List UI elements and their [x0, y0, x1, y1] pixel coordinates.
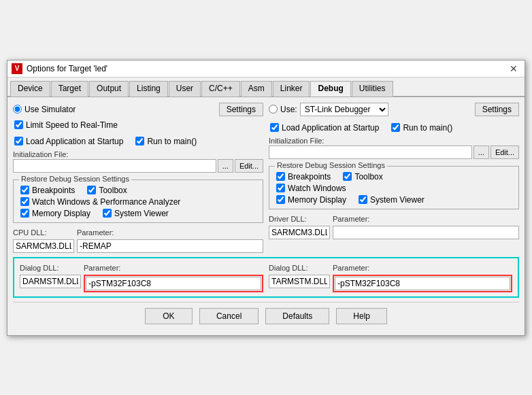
title-bar: V Options for Target 'led' ✕ — [7, 61, 525, 78]
right-init-file-section: Initialization File: ... Edit... — [269, 137, 519, 159]
left-init-file-label: Initialization File: — [13, 150, 263, 158]
left-restore-row1: Breakpoints Toolbox — [19, 186, 257, 195]
help-button[interactable]: Help — [336, 308, 387, 324]
left-settings-button[interactable]: Settings — [219, 103, 263, 116]
simulator-row: Use Simulator Settings — [13, 103, 263, 116]
tab-asm[interactable]: Asm — [241, 81, 272, 97]
tab-bar: Device Target Output Listing User C/C++ … — [7, 78, 525, 97]
right-restore-row3: Memory Display System Viewer — [275, 195, 513, 205]
right-restore-row1: Breakpoints Toolbox — [275, 172, 513, 182]
window-title: Options for Target 'led' — [27, 64, 107, 73]
right-init-file-label: Initialization File: — [269, 137, 519, 145]
left-load-app-checkbox[interactable] — [14, 137, 23, 145]
right-load-app-checkbox[interactable] — [270, 123, 279, 132]
right-driver-param-input[interactable] — [333, 226, 519, 239]
bottom-buttons: OK Cancel Defaults Help — [13, 302, 519, 330]
use-label: Use: — [280, 105, 297, 114]
right-column: Use: ST-Link Debugger Settings Load Appl… — [269, 103, 519, 253]
left-restore-row3: Memory Display System Viewer — [19, 209, 257, 218]
tab-listing[interactable]: Listing — [129, 81, 168, 97]
right-driver-dll-section: Driver DLL: Parameter: — [269, 215, 519, 239]
left-run-to-main-label: Run to main() — [147, 137, 197, 146]
use-radio[interactable] — [269, 105, 278, 114]
use-row: Use: ST-Link Debugger Settings — [269, 103, 519, 116]
right-toolbox-label: Toolbox — [354, 172, 382, 182]
ok-button[interactable]: OK — [145, 308, 193, 324]
left-init-file-section: Initialization File: ... Edit... — [13, 150, 263, 173]
left-dialog-dll-label: Dialog DLL: — [20, 264, 81, 272]
left-edit-button[interactable]: Edit... — [235, 159, 263, 173]
main-window: V Options for Target 'led' ✕ Device Targ… — [7, 60, 525, 336]
right-dialog-dll-label: Dialog DLL: — [269, 264, 330, 272]
left-init-file-input[interactable] — [13, 159, 216, 173]
left-watch-checkbox[interactable] — [20, 197, 29, 206]
right-driver-param-label: Parameter: — [333, 215, 369, 223]
close-button[interactable]: ✕ — [507, 63, 520, 74]
right-browse-button[interactable]: ... — [473, 145, 489, 159]
right-breakpoints-label: Breakpoints — [288, 172, 331, 182]
simulator-radio[interactable] — [13, 105, 22, 114]
limit-speed-checkbox[interactable] — [14, 120, 23, 129]
right-edit-button[interactable]: Edit... — [491, 145, 519, 159]
left-browse-button[interactable]: ... — [218, 159, 233, 173]
left-cpu-dll-input[interactable] — [13, 239, 74, 253]
left-dialog-dll-section: Dialog DLL: Parameter: — [20, 264, 263, 292]
right-run-to-main-checkbox[interactable] — [391, 123, 400, 132]
right-sysviewer-checkbox[interactable] — [359, 195, 367, 204]
left-restore-title: Restore Debug Session Settings — [19, 175, 131, 183]
cancel-button[interactable]: Cancel — [199, 308, 259, 324]
left-cpu-param-input[interactable] — [77, 239, 263, 253]
tab-device[interactable]: Device — [10, 81, 50, 97]
right-dialog-dll-section: Dialog DLL: Parameter: — [269, 264, 512, 292]
right-settings-button[interactable]: Settings — [475, 103, 519, 116]
tab-debug[interactable]: Debug — [310, 81, 350, 97]
right-driver-dll-input[interactable] — [269, 226, 330, 239]
right-load-app-row: Load Application at Startup Run to main(… — [269, 123, 519, 133]
right-restore-title: Restore Debug Session Settings — [275, 161, 387, 169]
bottom-highlight-section: Dialog DLL: Parameter: — [13, 257, 519, 298]
right-run-to-main-label: Run to main() — [403, 123, 452, 133]
right-init-file-input[interactable] — [269, 145, 472, 159]
left-breakpoints-checkbox[interactable] — [20, 186, 29, 194]
left-memory-label: Memory Display — [32, 209, 90, 218]
right-breakpoints-checkbox[interactable] — [276, 172, 285, 181]
tab-linker[interactable]: Linker — [273, 81, 310, 97]
right-watch-checkbox[interactable] — [276, 184, 285, 192]
right-dialog-param-label: Parameter: — [333, 264, 369, 272]
debugger-select[interactable]: ST-Link Debugger — [300, 103, 388, 116]
limit-speed-label: Limit Speed to Real-Time — [26, 120, 118, 130]
right-dialog-dll-input[interactable] — [269, 275, 330, 288]
two-column-layout: Use Simulator Settings Limit Speed to Re… — [13, 103, 519, 253]
left-memory-checkbox[interactable] — [20, 209, 29, 218]
left-file-row: ... Edit... — [13, 159, 263, 173]
tab-utilities[interactable]: Utilities — [352, 81, 393, 97]
left-sysviewer-label: System Viewer — [114, 209, 169, 218]
tab-cpp[interactable]: C/C++ — [201, 81, 240, 97]
limit-speed-row: Limit Speed to Real-Time — [14, 120, 263, 130]
right-memory-checkbox[interactable] — [276, 195, 285, 204]
right-dialog-param-input[interactable] — [335, 277, 510, 290]
tab-user[interactable]: User — [169, 81, 201, 97]
left-cpu-dll-section: CPU DLL: Parameter: — [13, 228, 263, 253]
left-watch-row: Watch Windows & Performance Analyzer — [20, 197, 257, 207]
left-load-app-label: Load Application at Startup — [26, 137, 123, 146]
right-load-app-label: Load Application at Startup — [282, 123, 379, 133]
left-toolbox-checkbox[interactable] — [87, 186, 96, 194]
left-dialog-param-input[interactable] — [86, 277, 261, 290]
left-sysviewer-checkbox[interactable] — [103, 209, 112, 218]
left-column: Use Simulator Settings Limit Speed to Re… — [13, 103, 263, 253]
left-cpu-dll-label: CPU DLL: — [13, 228, 74, 237]
tab-output[interactable]: Output — [89, 81, 129, 97]
content-area: Use Simulator Settings Limit Speed to Re… — [7, 97, 525, 335]
left-param-highlight — [84, 275, 263, 292]
right-restore-group: Restore Debug Session Settings Breakpoin… — [269, 166, 519, 209]
right-driver-dll-label: Driver DLL: — [269, 215, 330, 223]
left-dialog-dll-input[interactable] — [20, 275, 81, 288]
left-breakpoints-label: Breakpoints — [32, 186, 75, 195]
left-run-to-main-checkbox[interactable] — [135, 137, 144, 145]
defaults-button[interactable]: Defaults — [265, 308, 329, 324]
right-toolbox-checkbox[interactable] — [343, 172, 352, 181]
right-sysviewer-label: System Viewer — [370, 195, 425, 205]
tab-target[interactable]: Target — [51, 81, 88, 97]
right-file-row: ... Edit... — [269, 145, 519, 159]
